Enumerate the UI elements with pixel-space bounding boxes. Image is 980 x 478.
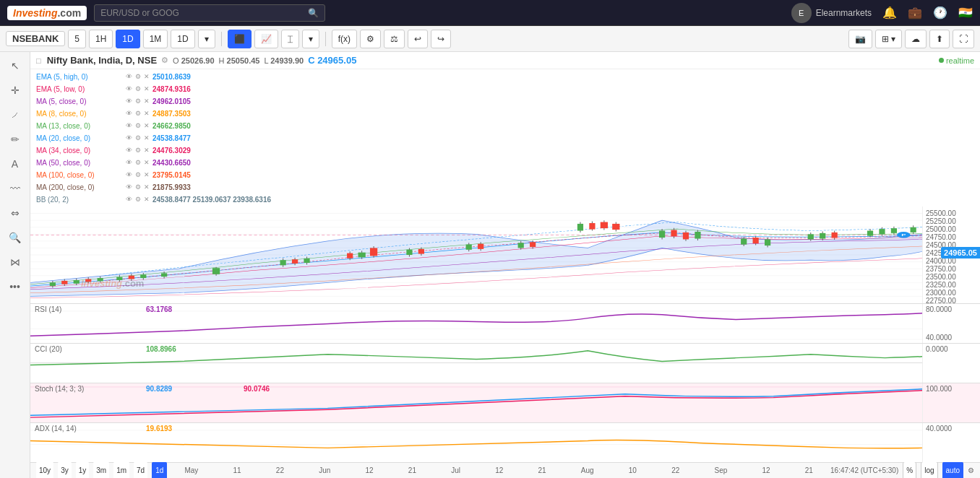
ind-eye-icon[interactable]: 👁 xyxy=(126,159,132,166)
draw-tool[interactable]: ✏ xyxy=(4,130,26,149)
ind-close-icon[interactable]: ✕ xyxy=(144,134,150,142)
main-price-chart[interactable]: P Investing.com 25500.00 25250.00 25000.… xyxy=(30,207,980,303)
cloud-save-button[interactable]: ☁ xyxy=(905,30,927,48)
stoch-value2: 90.0746 xyxy=(244,385,270,393)
ind-eye-icon[interactable]: 👁 xyxy=(126,183,132,191)
chart-type-candle[interactable]: ⬛ xyxy=(228,30,252,48)
symbol-display[interactable]: NSEBANK xyxy=(6,31,65,46)
ind-close-icon[interactable]: ✕ xyxy=(144,110,150,117)
fibonacci-tool[interactable]: 〰 xyxy=(4,179,26,198)
ind-settings-icon[interactable]: ⚙ xyxy=(135,171,141,178)
fullscreen-button[interactable]: ⛶ xyxy=(953,30,974,48)
indicator-ma5: MA (5, close, 0) 👁 ⚙ ✕ 24962.0105 xyxy=(36,95,974,107)
chart-pin-icon: □ xyxy=(36,56,41,65)
ind-settings-icon[interactable]: ⚙ xyxy=(135,183,141,191)
log-scale[interactable]: log xyxy=(921,461,937,479)
chart-type-line[interactable]: 📈 xyxy=(254,30,278,48)
timeframe-1d[interactable]: 1D xyxy=(116,30,139,48)
flag-icon[interactable]: 🇮🇳 xyxy=(958,6,973,19)
timeframe-dropdown[interactable]: ▾ xyxy=(198,30,215,48)
ind-close-icon[interactable]: ✕ xyxy=(144,122,150,129)
ind-eye-icon[interactable]: 👁 xyxy=(126,122,132,129)
screenshot-button[interactable]: 📷 xyxy=(848,30,872,48)
timeframe-1m[interactable]: 1M xyxy=(143,30,168,48)
pct-scale[interactable]: % xyxy=(903,461,916,479)
logo[interactable]: Investing.com xyxy=(7,6,87,20)
indicator-ma20: MA (20, close, 0) 👁 ⚙ ✕ 24538.8477 xyxy=(36,132,974,144)
history-icon[interactable]: 🕐 xyxy=(933,6,947,19)
ind-close-icon[interactable]: ✕ xyxy=(144,196,150,203)
timeframe-1h[interactable]: 1H xyxy=(89,30,113,48)
ind-settings-icon[interactable]: ⚙ xyxy=(135,134,141,142)
more-tools[interactable]: ••• xyxy=(4,277,26,296)
ind-close-icon[interactable]: ✕ xyxy=(144,73,150,80)
chart-settings-icon[interactable]: ⚙ xyxy=(161,56,168,65)
ind-eye-icon[interactable]: 👁 xyxy=(126,134,132,142)
ind-close-icon[interactable]: ✕ xyxy=(144,85,150,92)
chart-settings-gear[interactable]: ⚙ xyxy=(968,466,974,474)
zoom-tool[interactable]: 🔍 xyxy=(4,228,26,247)
time-10: 10 xyxy=(629,466,637,474)
measure-tool[interactable]: ⇔ xyxy=(4,204,26,222)
cursor-tool[interactable]: ↖ xyxy=(4,56,26,75)
time-22: 22 xyxy=(276,466,284,474)
ind-eye-icon[interactable]: 👁 xyxy=(126,110,132,117)
ind-settings-icon[interactable]: ⚙ xyxy=(135,159,141,166)
ind-eye-icon[interactable]: 👁 xyxy=(126,97,132,105)
chart-type-bar[interactable]: ⌶ xyxy=(281,30,299,48)
cci-label: CCI (20) xyxy=(35,345,62,353)
undo-button[interactable]: ↩ xyxy=(408,30,428,48)
crosshair-tool[interactable]: ✛ xyxy=(4,81,26,100)
ind-settings-icon[interactable]: ⚙ xyxy=(135,196,141,203)
layout-button[interactable]: ⊞ ▾ xyxy=(875,30,902,48)
pattern-tool[interactable]: ⋈ xyxy=(4,253,26,271)
ind-settings-icon[interactable]: ⚙ xyxy=(135,110,141,117)
text-tool[interactable]: A xyxy=(4,155,26,173)
chart-main-area[interactable]: P Investing.com xyxy=(30,207,922,303)
ind-eye-icon[interactable]: 👁 xyxy=(126,73,132,80)
navbar-right: E Elearnmarkets 🔔 💼 🕐 🇮🇳 xyxy=(791,3,973,23)
timeframe-5[interactable]: 5 xyxy=(68,30,86,48)
chart-type-dropdown[interactable]: ▾ xyxy=(302,30,319,48)
svg-rect-88 xyxy=(867,231,873,236)
period-3y[interactable]: 3y xyxy=(58,461,72,479)
period-1y[interactable]: 1y xyxy=(76,461,90,479)
compare-button[interactable]: ⚖ xyxy=(384,30,405,48)
period-1m[interactable]: 1m xyxy=(113,461,129,479)
indicators-button[interactable]: f(x) xyxy=(332,30,357,48)
ind-settings-icon[interactable]: ⚙ xyxy=(135,85,141,92)
settings-button[interactable]: ⚙ xyxy=(360,30,381,48)
svg-rect-68 xyxy=(659,231,665,238)
ind-eye-icon[interactable]: 👁 xyxy=(126,85,132,92)
ind-settings-icon[interactable]: ⚙ xyxy=(135,147,141,154)
ind-eye-icon[interactable]: 👁 xyxy=(126,196,132,203)
trendline-tool[interactable]: ⟋ xyxy=(4,105,26,124)
ind-eye-icon[interactable]: 👁 xyxy=(126,171,132,178)
ind-eye-icon[interactable]: 👁 xyxy=(126,147,132,154)
search-bar[interactable]: EUR/USD or GOOG 🔍 xyxy=(94,4,325,22)
auto-scale[interactable]: auto xyxy=(942,461,963,479)
period-1d[interactable]: 1d xyxy=(152,461,167,479)
period-10y[interactable]: 10y xyxy=(36,461,53,479)
time-axis: 10y 3y 1y 3m 1m 7d 1d May 11 22 Jun 12 2… xyxy=(30,462,980,478)
ind-close-icon[interactable]: ✕ xyxy=(144,183,150,191)
user-menu[interactable]: E Elearnmarkets xyxy=(791,3,872,23)
separator-1 xyxy=(221,32,222,46)
period-7d[interactable]: 7d xyxy=(134,461,147,479)
briefcase-icon[interactable]: 💼 xyxy=(908,6,922,19)
ind-close-icon[interactable]: ✕ xyxy=(144,171,150,178)
timeframe-1d-alt[interactable]: 1D xyxy=(171,30,194,48)
cloud-upload-button[interactable]: ⬆ xyxy=(929,30,950,48)
ind-close-icon[interactable]: ✕ xyxy=(144,159,150,166)
notifications-icon[interactable]: 🔔 xyxy=(882,6,897,19)
ind-settings-icon[interactable]: ⚙ xyxy=(135,73,141,80)
ind-close-icon[interactable]: ✕ xyxy=(144,97,150,105)
time-21c: 21 xyxy=(805,466,813,474)
svg-rect-44 xyxy=(358,253,365,258)
period-3m[interactable]: 3m xyxy=(93,461,109,479)
redo-button[interactable]: ↪ xyxy=(431,30,451,48)
ind-settings-icon[interactable]: ⚙ xyxy=(135,97,141,105)
ind-close-icon[interactable]: ✕ xyxy=(144,147,150,154)
ind-settings-icon[interactable]: ⚙ xyxy=(135,122,141,129)
svg-rect-40 xyxy=(304,258,309,263)
